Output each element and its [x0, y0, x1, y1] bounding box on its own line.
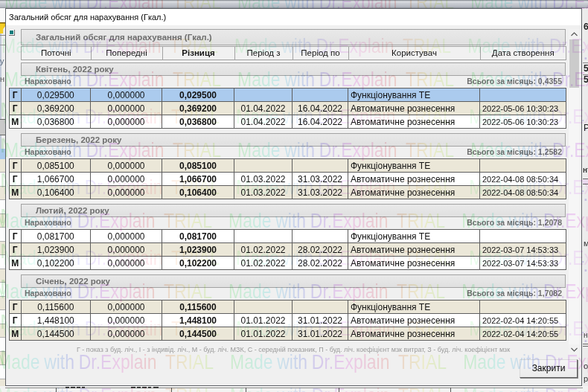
cell-diff: 0,144500 [162, 327, 234, 341]
cell-user: Функціонування ТЕ [348, 230, 480, 243]
bg-line [0, 45, 5, 45]
table-row[interactable]: М0,1022000,0000000,10220001.02.202228.02… [10, 257, 566, 270]
cell-period_from: 01.03.2022 [234, 173, 293, 186]
cell-diff: 0,029500 [162, 89, 234, 102]
bg-text-top [142, 387, 147, 388]
data-grid: Г0,0817000,0000000,081700Функціонування … [9, 229, 566, 270]
cell-previous: 0,000000 [91, 173, 162, 186]
bg-white-area [0, 8, 5, 22]
column-header-4[interactable]: Період з [234, 46, 293, 60]
bg-line [0, 35, 5, 36]
cell-period_to [293, 301, 348, 314]
cell-period_to: 31.03.2022 [293, 186, 348, 199]
grid-title-bar: Загальний обсяг для нарахування (Гкал.) [21, 29, 566, 45]
month-total: Всього за місяць: 1,2078 [467, 218, 562, 227]
cell-period_to: 16.04.2022 [293, 102, 348, 115]
cell-current: 1,023900 [21, 243, 91, 257]
table-row[interactable]: Г0,0295000,0000000,029500Функціонування … [10, 89, 566, 102]
cell-diff: 0,369200 [162, 102, 234, 115]
cell-type: Г [10, 243, 22, 257]
data-grid: Г0,0851000,0000000,085100Функціонування … [9, 158, 566, 199]
cell-period_from [234, 230, 293, 243]
month-total: Всього за місяць: 1,2582 [467, 147, 562, 156]
column-header-2[interactable]: Попередні [91, 46, 163, 60]
cell-period_from [234, 159, 293, 173]
cell-previous: 0,000000 [91, 301, 162, 314]
cell-user: Автоматичне рознесення [348, 173, 480, 186]
cell-diff: 0,102200 [162, 257, 234, 270]
dialog-titlebar[interactable]: Загальний обсяг для нарахування (Гкал.) [6, 9, 581, 25]
month-group-bar[interactable]: Квітень, 2022 року [21, 62, 566, 76]
table-row[interactable]: Г1,0239000,0000001,02390001.02.202228.02… [10, 243, 566, 257]
cell-diff: 0,081700 [162, 230, 234, 243]
cell-previous: 0,000000 [91, 314, 162, 327]
dialog-title: Загальний обсяг для нарахування (Гкал.) [9, 13, 166, 22]
cell-previous: 0,000000 [91, 159, 162, 173]
grid-header-row: ПоточніПопередніРізницяПеріод зПеріод по… [21, 46, 566, 60]
cell-period_from [234, 301, 293, 314]
table-row[interactable]: Г0,1156000,0000000,115600Функціонування … [10, 301, 566, 314]
cell-diff: 0,085100 [162, 159, 234, 173]
cell-current: 0,144500 [21, 327, 91, 341]
cell-current: 0,029500 [21, 89, 91, 102]
cell-previous: 0,000000 [91, 89, 162, 102]
bg-number-fragment: м [584, 240, 588, 248]
column-header-6[interactable]: Користувач [348, 46, 481, 60]
section-summary-line: НарахованоВсього за місяць: 0,4355 [9, 76, 566, 86]
cell-period_from: 01.02.2022 [234, 243, 293, 257]
cell-diff: 1,023900 [162, 243, 234, 257]
scroll-down-arrow[interactable] [569, 344, 580, 356]
table-row[interactable]: М0,0368000,0000000,03680001.04.202216.04… [10, 115, 566, 129]
bg-text-top [148, 387, 151, 388]
scrollbar-thumb[interactable] [569, 39, 579, 88]
table-row[interactable]: М0,1445000,0000000,14450001.01.202231.01… [10, 327, 566, 341]
cell-created [480, 301, 566, 314]
table-row[interactable]: Г0,3692000,0000000,36920001.04.202216.04… [10, 102, 566, 115]
bg-grey-band [0, 119, 5, 135]
table-row[interactable]: Г1,4481000,0000001,44810001.01.202231.01… [10, 314, 566, 327]
cell-type: Г [10, 102, 22, 115]
cell-type: Г [10, 173, 22, 186]
cell-current: 1,448100 [21, 314, 91, 327]
month-group-bar[interactable]: Березень, 2022 року [21, 133, 566, 147]
cell-previous: 0,000000 [91, 186, 162, 199]
cell-type: Г [10, 89, 22, 102]
table-row[interactable]: Г0,0817000,0000000,081700Функціонування … [10, 230, 566, 243]
data-grid: Г0,0295000,0000000,029500Функціонування … [9, 88, 566, 129]
cell-period_to: 28.02.2022 [293, 257, 348, 270]
month-group-bar[interactable]: Січень, 2022 року [21, 274, 566, 288]
close-button[interactable]: Закрити [520, 359, 578, 378]
table-row[interactable]: М0,1064000,0000000,10640001.03.202231.03… [10, 186, 566, 199]
cell-current: 0,115600 [21, 301, 91, 314]
cell-current: 0,102200 [21, 257, 91, 270]
bg-pink-band [583, 184, 588, 184]
vertical-scrollbar[interactable] [569, 29, 580, 356]
cell-current: 0,369200 [21, 102, 91, 115]
cell-type: Г [10, 301, 22, 314]
cell-previous: 0,000000 [91, 257, 162, 270]
bg-number-fragment: 50 [584, 64, 588, 73]
column-header-3[interactable]: Різниця [162, 46, 235, 60]
cell-period_to [293, 89, 348, 102]
bg-text-top [71, 387, 75, 388]
column-header-7[interactable]: Дата створення [480, 46, 567, 60]
bg-line [583, 74, 588, 75]
bg-cell-border [339, 388, 339, 392]
cell-user: Автоматичне рознесення [348, 186, 480, 199]
section-summary-line: НарахованоВсього за місяць: 1,7082 [9, 288, 566, 298]
bg-text-top [77, 387, 80, 388]
cell-type: М [10, 115, 22, 129]
column-header-1[interactable]: Поточні [21, 46, 92, 60]
cell-period_to: 16.04.2022 [293, 115, 348, 129]
cell-type: Г [10, 159, 22, 173]
table-row[interactable]: Г0,0851000,0000000,085100Функціонування … [10, 159, 566, 173]
table-row[interactable]: Г1,0667000,0000001,06670001.03.202231.03… [10, 173, 566, 186]
column-header-5[interactable]: Період по [293, 46, 349, 60]
cell-created: 2022-02-04 14:20:55 [480, 327, 566, 341]
cell-period_from: 01.01.2022 [234, 314, 293, 327]
month-group-bar[interactable]: Лютий, 2022 року [21, 204, 566, 217]
collapse-all-button[interactable] [9, 30, 15, 36]
cell-previous: 0,000000 [91, 243, 162, 257]
cell-period_from [234, 89, 293, 102]
cell-created [480, 89, 566, 102]
